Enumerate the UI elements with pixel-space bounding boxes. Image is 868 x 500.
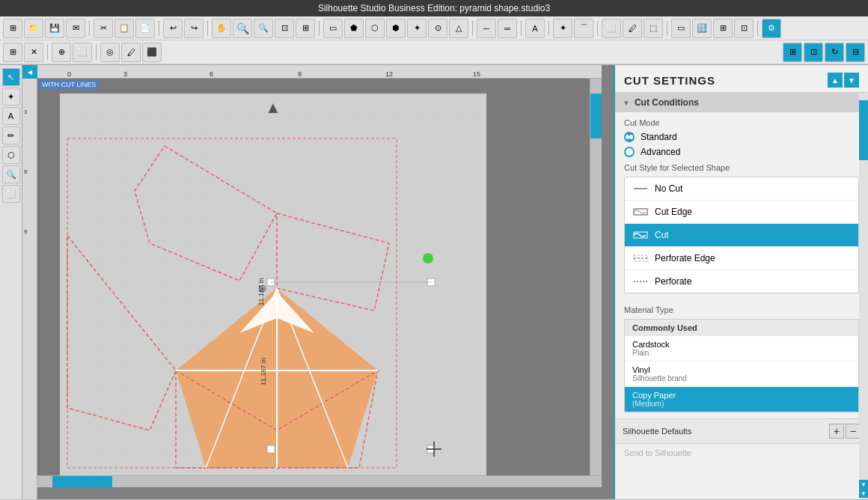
panel-scrollbar[interactable]: ▼ ▼ xyxy=(859,93,868,499)
tb-copy[interactable]: 📋 xyxy=(114,19,134,38)
scroll-thumb-h[interactable] xyxy=(52,476,112,487)
tb-new[interactable]: ⊞ xyxy=(3,19,22,38)
tb-open[interactable]: 📁 xyxy=(24,19,43,38)
cut-style-perforate-edge[interactable]: Perforate Edge xyxy=(625,247,858,270)
tb-grid[interactable]: ⊞ xyxy=(713,19,733,38)
main-area: ↖ ✦ A ✏ ⬡ 🔍 ⬜ 0 3 6 9 12 15 3 6 9 ◀ WITH… xyxy=(0,65,868,499)
cut-mode-standard-row[interactable]: Standard xyxy=(624,132,859,142)
tb-hexagon[interactable]: ⬢ xyxy=(386,19,406,38)
send-to-silhouette-label: Send to Silhouette xyxy=(615,443,868,462)
cut-mode-advanced-row[interactable]: Advanced xyxy=(624,147,859,157)
tb-select-lasso[interactable]: ⬟ xyxy=(344,19,364,38)
tb-polygon[interactable]: ⬚ xyxy=(644,19,663,38)
tb-text2[interactable]: 🔠 xyxy=(692,19,712,38)
tb-zoom-fit[interactable]: ⊡ xyxy=(275,19,294,38)
left-text[interactable]: A xyxy=(2,107,20,125)
tb-dbl-line[interactable]: ═ xyxy=(498,19,517,38)
tb-line[interactable]: ─ xyxy=(477,19,496,38)
tb2-close[interactable]: ✕ xyxy=(24,43,43,62)
tb2-align2[interactable]: ⊡ xyxy=(804,43,823,62)
tb-curve[interactable]: ⌒ xyxy=(574,19,593,38)
cut-style-list: No Cut Cut Edge xyxy=(624,177,859,293)
tb-star[interactable]: ✦ xyxy=(407,19,427,38)
tb2-draw[interactable]: 🖊 xyxy=(121,43,141,62)
panel-scroll-end[interactable]: ▼ xyxy=(859,489,868,498)
tb-redo[interactable]: ↪ xyxy=(184,19,204,38)
ruler-label-9: 9 xyxy=(298,70,302,78)
left-select[interactable]: ↖ xyxy=(2,68,20,86)
tb-fill[interactable]: ✦ xyxy=(553,19,572,38)
cut-style-cut-label: Cut xyxy=(655,230,669,240)
panel-scroll[interactable]: ▼ Cut Conditions Cut Mode Standard Advan… xyxy=(615,93,868,499)
tb-circle[interactable]: ⊙ xyxy=(428,19,447,38)
tb2-layers[interactable]: ⊞ xyxy=(3,43,22,62)
scroll-up-arrow[interactable]: ▲ xyxy=(265,98,281,118)
tb-pan[interactable]: ✋ xyxy=(212,19,231,38)
tb-zoom-out[interactable]: 🔍 xyxy=(254,19,273,38)
tb-undo[interactable]: ↩ xyxy=(163,19,183,38)
ruler-top: 0 3 6 9 12 15 xyxy=(37,65,602,79)
tb2-align1[interactable]: ⊞ xyxy=(783,43,802,62)
add-material-btn[interactable]: + xyxy=(829,424,844,439)
svg-text:11.167 in: 11.167 in xyxy=(260,358,267,385)
left-eraser[interactable]: ⬜ xyxy=(2,185,20,203)
material-list: Commonly Used Cardstock Plain Vinyl Silh… xyxy=(624,319,859,412)
tb-pattern[interactable]: ⊡ xyxy=(734,19,754,38)
panel-collapse-btn[interactable]: ▲ xyxy=(828,73,843,88)
tb-paste[interactable]: 📄 xyxy=(135,19,155,38)
radio-standard[interactable] xyxy=(624,132,635,142)
scroll-thumb-v[interactable] xyxy=(590,94,602,138)
scroll-bottom[interactable] xyxy=(37,475,602,487)
left-shapes[interactable]: ⬡ xyxy=(2,146,20,164)
material-copy-paper[interactable]: Copy Paper (Medium) xyxy=(625,387,858,412)
material-vinyl[interactable]: Vinyl Silhouette brand xyxy=(625,362,858,387)
cardstock-sub: Plain xyxy=(632,349,851,357)
tb-zoom-in[interactable]: 🔍 xyxy=(233,19,252,38)
design-area[interactable]: ▲ xyxy=(60,94,486,487)
left-node[interactable]: ✦ xyxy=(2,88,20,106)
panel-scroll-down[interactable]: ▼ xyxy=(859,480,868,489)
tb2-group[interactable]: ⊕ xyxy=(52,43,71,62)
tb-triangle[interactable]: △ xyxy=(449,19,468,38)
tb-select-rect[interactable]: ▭ xyxy=(323,19,343,38)
copy-paper-name: Copy Paper xyxy=(632,391,851,400)
panel-scroll-thumb[interactable] xyxy=(859,100,868,160)
panel-expand-btn[interactable]: ▼ xyxy=(844,73,859,88)
svg-rect-16 xyxy=(267,445,275,453)
tb2-circle[interactable]: ◎ xyxy=(100,43,120,62)
expand-button[interactable]: ◀ xyxy=(22,65,37,79)
cut-style-perforate[interactable]: Perforate xyxy=(625,270,858,293)
ruler-v-3: 3 xyxy=(24,109,27,115)
tb2-ungroup[interactable]: ⬜ xyxy=(73,43,92,62)
scroll-right[interactable] xyxy=(590,79,602,487)
tb2-fill2[interactable]: ⬛ xyxy=(142,43,162,62)
material-cardstock[interactable]: Cardstock Plain xyxy=(625,336,858,362)
left-draw[interactable]: ✏ xyxy=(2,126,20,144)
tb-save[interactable]: 💾 xyxy=(45,19,64,38)
cut-conditions-header[interactable]: ▼ Cut Conditions xyxy=(615,93,868,112)
tb-eraser[interactable]: ⬜ xyxy=(602,19,621,38)
tb2-transform[interactable]: ↻ xyxy=(825,43,844,62)
tb-pentagon[interactable]: ⬡ xyxy=(365,19,385,38)
tb-zoom-sel[interactable]: ⊞ xyxy=(296,19,315,38)
remove-material-btn[interactable]: − xyxy=(846,424,861,439)
vinyl-name: Vinyl xyxy=(632,365,851,374)
cut-style-cut[interactable]: Cut xyxy=(625,224,858,247)
tb-pen[interactable]: 🖊 xyxy=(623,19,642,38)
cut-conditions-label: Cut Conditions xyxy=(635,97,699,108)
cut-style-no-cut[interactable]: No Cut xyxy=(625,177,858,201)
tb2-align3[interactable]: ⊟ xyxy=(846,43,865,62)
tb-3d[interactable]: ▭ xyxy=(671,19,691,38)
tb-text[interactable]: A xyxy=(525,19,545,38)
tb-settings[interactable]: ⚙ xyxy=(762,19,781,38)
cut-style-cut-edge[interactable]: Cut Edge xyxy=(625,201,858,224)
left-zoom[interactable]: 🔍 xyxy=(2,165,20,183)
cut-style-no-cut-label: No Cut xyxy=(655,183,682,194)
toolbar-area: ⊞ 📁 💾 ✉ ✂ 📋 📄 ↩ ↪ ✋ 🔍 🔍 ⊡ ⊞ ▭ ⬟ ⬡ ⬢ ✦ ⊙ … xyxy=(0,16,868,65)
radio-advanced[interactable] xyxy=(624,147,635,157)
tb-email[interactable]: ✉ xyxy=(66,19,85,38)
ruler-label-12: 12 xyxy=(385,70,393,78)
tb-cut[interactable]: ✂ xyxy=(94,19,113,38)
silhouette-defaults[interactable]: Silhouette Defaults + − xyxy=(615,418,868,443)
design-canvas[interactable]: 11.167 in ⊕ xyxy=(60,94,486,487)
